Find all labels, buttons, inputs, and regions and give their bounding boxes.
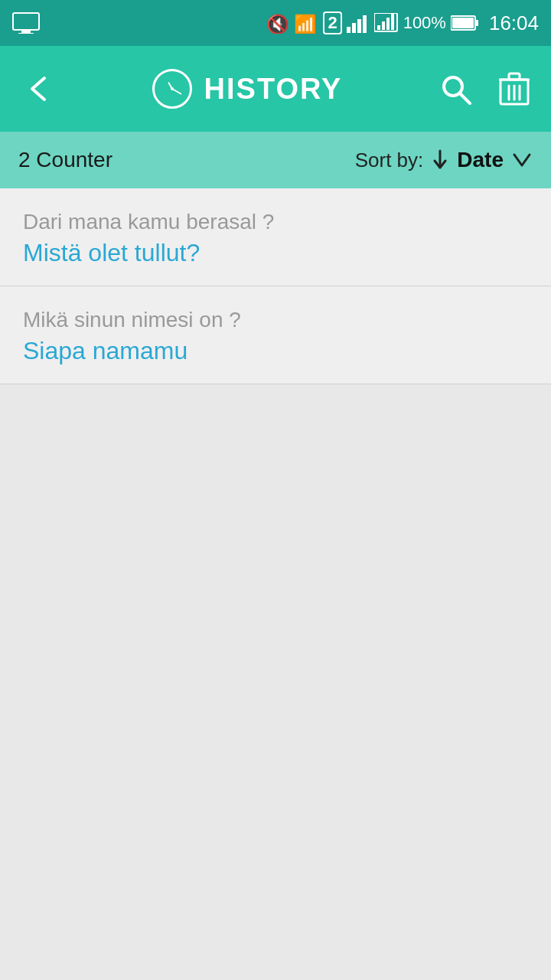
svg-rect-11 xyxy=(382,21,385,30)
sort-control[interactable]: Sort by: Date xyxy=(355,148,533,172)
sort-direction-icon xyxy=(431,149,449,171)
counter-label: 2 Counter xyxy=(18,148,112,172)
original-text-0: Dari mana kamu berasal ? xyxy=(23,210,528,234)
sort-value-label: Date xyxy=(457,148,504,172)
clock-icon xyxy=(152,69,192,109)
svg-rect-8 xyxy=(363,15,367,33)
delete-button[interactable] xyxy=(493,66,536,112)
chevron-down-icon xyxy=(511,152,533,168)
status-bar-right: 🔇 📶 2 100% 16:04 xyxy=(266,11,539,35)
svg-rect-15 xyxy=(475,20,478,26)
svg-text:🔇: 🔇 xyxy=(266,13,289,34)
time-display: 16:04 xyxy=(489,11,539,35)
mute-icon: 🔇 xyxy=(266,12,289,34)
original-text-1: Mikä sinun nimesi on ? xyxy=(23,308,528,332)
list-item[interactable]: Mikä sinun nimesi on ? Siapa namamu xyxy=(0,286,551,384)
app-bar-title-group: HISTORY xyxy=(61,69,433,109)
app-bar-actions xyxy=(433,66,536,112)
status-bar-left xyxy=(12,12,40,34)
back-button[interactable] xyxy=(15,66,61,112)
battery-label: 100% xyxy=(403,13,446,33)
svg-line-18 xyxy=(460,93,470,103)
svg-rect-6 xyxy=(352,23,356,33)
signal2-icon xyxy=(374,13,399,33)
wifi-icon: 📶 xyxy=(294,12,318,34)
svg-rect-1 xyxy=(21,30,31,33)
battery-icon xyxy=(451,15,478,31)
svg-rect-2 xyxy=(18,33,34,34)
svg-rect-21 xyxy=(509,74,520,80)
search-button[interactable] xyxy=(433,67,478,111)
svg-rect-10 xyxy=(377,25,380,30)
svg-rect-12 xyxy=(386,18,390,30)
translation-text-1: Siapa namamu xyxy=(23,337,528,365)
svg-rect-16 xyxy=(452,18,474,28)
svg-rect-7 xyxy=(357,19,361,33)
svg-rect-13 xyxy=(391,14,394,30)
status-bar: 🔇 📶 2 100% 16:04 xyxy=(0,0,551,46)
filter-bar: 2 Counter Sort by: Date xyxy=(0,132,551,188)
svg-rect-0 xyxy=(13,13,39,30)
svg-text:📶: 📶 xyxy=(294,13,317,34)
signal-icon xyxy=(347,13,370,33)
svg-rect-5 xyxy=(347,27,350,33)
page-title: HISTORY xyxy=(204,73,343,106)
sort-by-label: Sort by: xyxy=(355,149,424,172)
screen-icon xyxy=(12,12,40,34)
sim2-icon: 2 xyxy=(323,11,341,34)
list-item[interactable]: Dari mana kamu berasal ? Mistä olet tull… xyxy=(0,188,551,286)
history-list: Dari mana kamu berasal ? Mistä olet tull… xyxy=(0,188,551,384)
translation-text-0: Mistä olet tullut? xyxy=(23,239,528,267)
app-bar: HISTORY xyxy=(0,46,551,132)
